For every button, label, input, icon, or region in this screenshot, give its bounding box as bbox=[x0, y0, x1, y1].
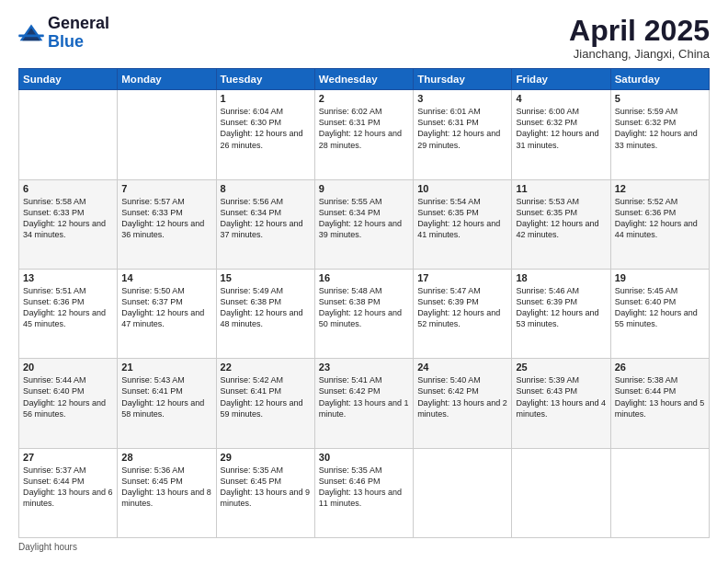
day-cell-2-0: 13Sunrise: 5:51 AM Sunset: 6:36 PM Dayli… bbox=[19, 269, 118, 358]
week-row-1: 1Sunrise: 6:04 AM Sunset: 6:30 PM Daylig… bbox=[19, 90, 710, 179]
day-number: 15 bbox=[221, 272, 311, 283]
footer-note: Daylight hours bbox=[18, 542, 710, 552]
day-cell-1-1: 7Sunrise: 5:57 AM Sunset: 6:33 PM Daylig… bbox=[118, 179, 216, 269]
week-row-2: 6Sunrise: 5:58 AM Sunset: 6:33 PM Daylig… bbox=[19, 179, 710, 269]
day-number: 19 bbox=[615, 272, 705, 283]
day-info: Sunrise: 5:36 AM Sunset: 6:45 PM Dayligh… bbox=[121, 465, 211, 510]
day-info: Sunrise: 5:59 AM Sunset: 6:32 PM Dayligh… bbox=[615, 106, 705, 151]
day-cell-2-2: 15Sunrise: 5:49 AM Sunset: 6:38 PM Dayli… bbox=[216, 269, 314, 358]
day-number: 6 bbox=[23, 183, 113, 194]
col-friday: Friday bbox=[512, 69, 610, 90]
day-number: 2 bbox=[319, 93, 409, 104]
day-number: 9 bbox=[319, 183, 409, 194]
day-cell-0-0 bbox=[19, 90, 118, 179]
day-info: Sunrise: 5:53 AM Sunset: 6:35 PM Dayligh… bbox=[516, 196, 606, 241]
day-info: Sunrise: 5:57 AM Sunset: 6:33 PM Dayligh… bbox=[121, 196, 211, 241]
day-info: Sunrise: 5:46 AM Sunset: 6:39 PM Dayligh… bbox=[516, 285, 606, 330]
day-info: Sunrise: 5:54 AM Sunset: 6:35 PM Dayligh… bbox=[417, 196, 507, 241]
day-number: 3 bbox=[417, 93, 507, 104]
day-number: 18 bbox=[516, 272, 606, 283]
day-number: 16 bbox=[319, 272, 409, 283]
day-info: Sunrise: 5:48 AM Sunset: 6:38 PM Dayligh… bbox=[319, 285, 409, 330]
day-number: 4 bbox=[516, 93, 606, 104]
title-block: April 2025 Jianchang, Jiangxi, China bbox=[569, 15, 710, 61]
day-cell-0-6: 5Sunrise: 5:59 AM Sunset: 6:32 PM Daylig… bbox=[610, 90, 709, 179]
month-title: April 2025 bbox=[569, 15, 710, 47]
day-cell-0-3: 2Sunrise: 6:02 AM Sunset: 6:31 PM Daylig… bbox=[314, 90, 413, 179]
day-cell-3-5: 25Sunrise: 5:39 AM Sunset: 6:43 PM Dayli… bbox=[512, 359, 610, 448]
day-number: 27 bbox=[23, 452, 113, 463]
day-info: Sunrise: 6:01 AM Sunset: 6:31 PM Dayligh… bbox=[417, 106, 507, 151]
day-info: Sunrise: 5:35 AM Sunset: 6:46 PM Dayligh… bbox=[319, 465, 409, 510]
day-cell-2-1: 14Sunrise: 5:50 AM Sunset: 6:37 PM Dayli… bbox=[118, 269, 216, 358]
day-cell-1-4: 10Sunrise: 5:54 AM Sunset: 6:35 PM Dayli… bbox=[414, 179, 512, 269]
col-wednesday: Wednesday bbox=[314, 69, 413, 90]
logo-general: General bbox=[48, 14, 109, 32]
col-thursday: Thursday bbox=[414, 69, 512, 90]
day-info: Sunrise: 5:58 AM Sunset: 6:33 PM Dayligh… bbox=[23, 196, 113, 241]
calendar-header-row: Sunday Monday Tuesday Wednesday Thursday… bbox=[19, 69, 710, 90]
day-cell-1-2: 8Sunrise: 5:56 AM Sunset: 6:34 PM Daylig… bbox=[216, 179, 314, 269]
day-number: 13 bbox=[23, 272, 113, 283]
week-row-5: 27Sunrise: 5:37 AM Sunset: 6:44 PM Dayli… bbox=[19, 448, 710, 537]
day-number: 14 bbox=[121, 272, 211, 283]
header: General Blue April 2025 Jianchang, Jiang… bbox=[18, 15, 710, 61]
col-tuesday: Tuesday bbox=[216, 69, 314, 90]
day-number: 17 bbox=[417, 272, 507, 283]
day-cell-0-1 bbox=[118, 90, 216, 179]
day-number: 1 bbox=[221, 93, 311, 104]
day-cell-2-4: 17Sunrise: 5:47 AM Sunset: 6:39 PM Dayli… bbox=[414, 269, 512, 358]
day-cell-4-4 bbox=[414, 448, 512, 537]
col-sunday: Sunday bbox=[19, 69, 118, 90]
day-cell-3-0: 20Sunrise: 5:44 AM Sunset: 6:40 PM Dayli… bbox=[19, 359, 118, 448]
week-row-4: 20Sunrise: 5:44 AM Sunset: 6:40 PM Dayli… bbox=[19, 359, 710, 448]
day-info: Sunrise: 5:55 AM Sunset: 6:34 PM Dayligh… bbox=[319, 196, 409, 241]
day-cell-4-2: 29Sunrise: 5:35 AM Sunset: 6:45 PM Dayli… bbox=[216, 448, 314, 537]
day-cell-3-2: 22Sunrise: 5:42 AM Sunset: 6:41 PM Dayli… bbox=[216, 359, 314, 448]
day-info: Sunrise: 5:50 AM Sunset: 6:37 PM Dayligh… bbox=[121, 285, 211, 330]
day-info: Sunrise: 5:40 AM Sunset: 6:42 PM Dayligh… bbox=[417, 374, 507, 419]
day-info: Sunrise: 5:51 AM Sunset: 6:36 PM Dayligh… bbox=[23, 285, 113, 330]
calendar-table: Sunday Monday Tuesday Wednesday Thursday… bbox=[18, 68, 710, 538]
day-info: Sunrise: 5:56 AM Sunset: 6:34 PM Dayligh… bbox=[221, 196, 311, 241]
day-cell-3-6: 26Sunrise: 5:38 AM Sunset: 6:44 PM Dayli… bbox=[610, 359, 709, 448]
day-cell-1-0: 6Sunrise: 5:58 AM Sunset: 6:33 PM Daylig… bbox=[19, 179, 118, 269]
logo-icon bbox=[18, 23, 44, 43]
day-number: 8 bbox=[221, 183, 311, 194]
logo-text: General Blue bbox=[48, 15, 109, 52]
day-cell-4-5 bbox=[512, 448, 610, 537]
day-info: Sunrise: 5:41 AM Sunset: 6:42 PM Dayligh… bbox=[319, 374, 409, 419]
day-info: Sunrise: 5:52 AM Sunset: 6:36 PM Dayligh… bbox=[615, 196, 705, 241]
day-cell-0-5: 4Sunrise: 6:00 AM Sunset: 6:32 PM Daylig… bbox=[512, 90, 610, 179]
location-subtitle: Jianchang, Jiangxi, China bbox=[569, 47, 710, 61]
day-info: Sunrise: 5:37 AM Sunset: 6:44 PM Dayligh… bbox=[23, 465, 113, 510]
week-row-3: 13Sunrise: 5:51 AM Sunset: 6:36 PM Dayli… bbox=[19, 269, 710, 358]
day-cell-3-1: 21Sunrise: 5:43 AM Sunset: 6:41 PM Dayli… bbox=[118, 359, 216, 448]
day-number: 11 bbox=[516, 183, 606, 194]
col-saturday: Saturday bbox=[610, 69, 709, 90]
day-info: Sunrise: 6:02 AM Sunset: 6:31 PM Dayligh… bbox=[319, 106, 409, 151]
day-cell-4-6 bbox=[610, 448, 709, 537]
day-cell-1-6: 12Sunrise: 5:52 AM Sunset: 6:36 PM Dayli… bbox=[610, 179, 709, 269]
day-number: 12 bbox=[615, 183, 705, 194]
day-info: Sunrise: 5:47 AM Sunset: 6:39 PM Dayligh… bbox=[417, 285, 507, 330]
day-info: Sunrise: 6:00 AM Sunset: 6:32 PM Dayligh… bbox=[516, 106, 606, 151]
day-cell-1-5: 11Sunrise: 5:53 AM Sunset: 6:35 PM Dayli… bbox=[512, 179, 610, 269]
day-info: Sunrise: 5:35 AM Sunset: 6:45 PM Dayligh… bbox=[221, 465, 311, 510]
logo: General Blue bbox=[18, 15, 109, 52]
col-monday: Monday bbox=[118, 69, 216, 90]
day-number: 20 bbox=[23, 362, 113, 373]
day-number: 29 bbox=[221, 452, 311, 463]
day-cell-2-6: 19Sunrise: 5:45 AM Sunset: 6:40 PM Dayli… bbox=[610, 269, 709, 358]
day-number: 22 bbox=[221, 362, 311, 373]
svg-rect-2 bbox=[18, 34, 44, 37]
day-info: Sunrise: 5:44 AM Sunset: 6:40 PM Dayligh… bbox=[23, 374, 113, 419]
day-number: 25 bbox=[516, 362, 606, 373]
day-cell-4-1: 28Sunrise: 5:36 AM Sunset: 6:45 PM Dayli… bbox=[118, 448, 216, 537]
day-number: 7 bbox=[121, 183, 211, 194]
day-number: 5 bbox=[615, 93, 705, 104]
day-number: 24 bbox=[417, 362, 507, 373]
day-cell-3-3: 23Sunrise: 5:41 AM Sunset: 6:42 PM Dayli… bbox=[314, 359, 413, 448]
day-info: Sunrise: 6:04 AM Sunset: 6:30 PM Dayligh… bbox=[221, 106, 311, 151]
day-number: 23 bbox=[319, 362, 409, 373]
